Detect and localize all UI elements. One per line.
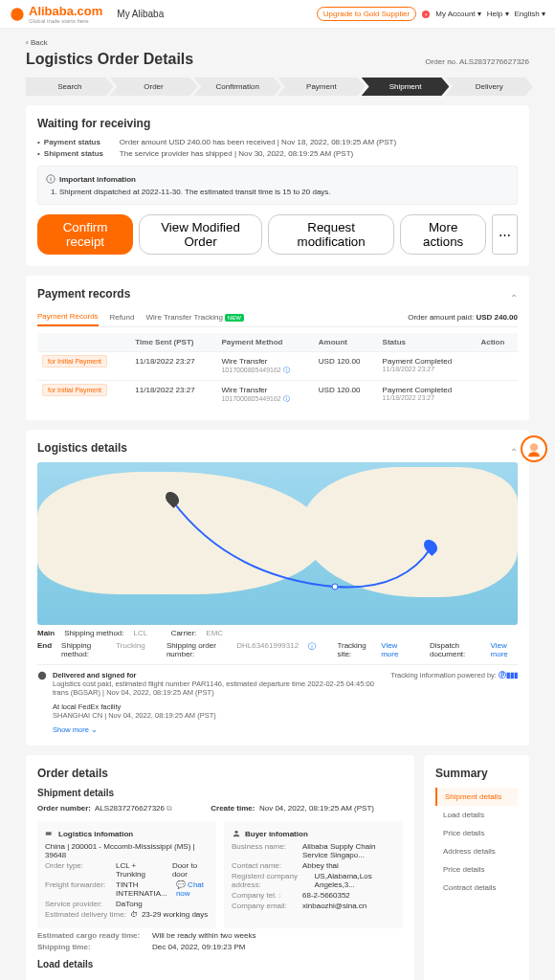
shipping-time: Shipping time:Dec 04, 2022, 09:19:23 PM [37,943,403,951]
page-title: Logistics Order Details [26,51,193,68]
chat-support-button[interactable] [521,435,547,462]
step-shipment[interactable]: Shipment [362,78,450,96]
logistics-details-toggle[interactable]: Logistics details ⌃ [37,441,518,462]
brand-name: Alibaba.com [29,4,102,18]
info-icon: i [46,174,56,184]
show-more-link[interactable]: Show more ⌄ [53,725,518,734]
sidebar-item-contract[interactable]: Contract details [435,879,518,897]
route-line [37,462,518,625]
brand-logo[interactable]: Alibaba.com Global trade starts here [10,4,102,24]
status-heading: Waiting for receiving [37,117,518,130]
tab-refund[interactable]: Refund [110,309,135,325]
dispatch-doc-link[interactable]: View more [490,641,518,658]
message-badge[interactable]: • [422,11,430,18]
shipment-details-heading: Shipment details [37,788,403,798]
important-info-box: iImportant infomation Shipment dispatche… [37,166,518,205]
back-link[interactable]: ‹ Back [26,34,529,51]
truck-icon [45,829,55,838]
payment-records-toggle[interactable]: Payment records ⌃ [37,287,518,308]
logistics-info-block: Logistics infomation China | 200001 - Mc… [37,821,216,928]
progress-stepper: Search Order Confirmation Payment Shipme… [26,78,529,96]
help-menu[interactable]: Help ▾ [487,10,509,18]
svg-rect-5 [46,832,52,835]
load-details-heading: Load details [37,959,403,969]
sidebar-item-address[interactable]: Address details [435,842,518,860]
upgrade-gold-button[interactable]: Upgrade to Gold Supplier [317,7,416,21]
alibaba-icon [10,7,25,22]
chat-now-link[interactable]: 💬 Chat now [176,880,209,898]
account-menu[interactable]: My Account ▾ [435,10,481,18]
order-number-header: Order no. ALS2837276627326 [425,57,529,66]
brand-tagline: Global trade starts here [29,18,102,24]
svg-point-3 [332,584,338,590]
payment-row: for Initial Payment 11/18/2022 23:27 Wir… [37,352,518,381]
logistics-map[interactable] [37,462,518,625]
load-table-header: BatchDimension (L x W x H, per package)W… [37,975,403,980]
amount-paid-label: Order amount paid: USD 240.00 [408,313,518,322]
svg-point-0 [11,8,23,20]
order-details-heading: Order details [37,767,403,780]
step-confirmation[interactable]: Confirmation [193,78,281,96]
user-icon [232,829,241,838]
step-delivery[interactable]: Delivery [445,78,533,96]
buyer-info-block: Buyer infomation Business name:Alibaba S… [224,821,403,928]
shipment-status-line: • Shipment status The service provider h… [37,149,518,158]
support-avatar-icon [524,439,544,458]
end-shipping-row: End Shipping method: Trucking Shipping o… [37,641,518,658]
more-actions-dropdown[interactable]: ⋯ [492,214,518,255]
step-search[interactable]: Search [26,78,114,96]
order-number: Order number: ALS2837276627326 ⧉ [37,804,172,813]
summary-heading: Summary [435,767,518,780]
sidebar-item-price2[interactable]: Price details [435,860,518,879]
svg-point-6 [234,831,237,834]
create-time: Create time: Nov 04, 2022, 08:19:25 AM (… [211,804,374,813]
powered-by: Tracking information powered by: ⓟ▮▮▮ [390,671,518,697]
payment-status-line: • Payment status Order amount USD 240.00… [37,138,518,146]
payment-table: Time Sent (PST)Payment MethodAmountStatu… [37,333,518,409]
my-alibaba-link[interactable]: My Alibaba [117,9,164,19]
svg-point-4 [38,672,46,679]
sidebar-item-shipment[interactable]: Shipment details [435,788,518,806]
tab-payment-records[interactable]: Payment Records [37,308,99,326]
language-menu[interactable]: English ▾ [515,10,545,18]
sidebar-item-price[interactable]: Price details [435,824,518,842]
step-order[interactable]: Order [110,78,198,96]
step-payment[interactable]: Payment [278,78,366,96]
chevron-up-icon: ⌃ [510,447,518,457]
chevron-up-icon: ⌃ [510,293,518,303]
tracking-site-link[interactable]: View more [381,641,409,658]
view-modified-order-button[interactable]: View Modified Order [139,214,262,255]
payment-row: for Initial Payment 11/18/2022 23:27 Wir… [37,381,518,410]
tab-wire-transfer[interactable]: Wire Transfer TrackingNEW [145,309,243,325]
check-circle-icon [37,671,47,680]
svg-point-7 [530,443,538,451]
sidebar-item-load[interactable]: Load details [435,806,518,824]
confirm-receipt-button[interactable]: Confirm receipt [37,214,133,255]
request-modification-button[interactable]: Request modification [268,214,394,255]
payment-tag: for Initial Payment [42,355,107,368]
svg-text:i: i [50,176,52,182]
payment-tag: for Initial Payment [42,384,107,396]
tracking-status: Delivered and signed for [53,671,374,679]
more-actions-button[interactable]: More actions [400,214,486,255]
cargo-ready-time: Estimated cargo ready time:Will be ready… [37,931,403,940]
main-shipping-row: Main Shipping method: LCL Carrier: EMC [37,629,518,637]
